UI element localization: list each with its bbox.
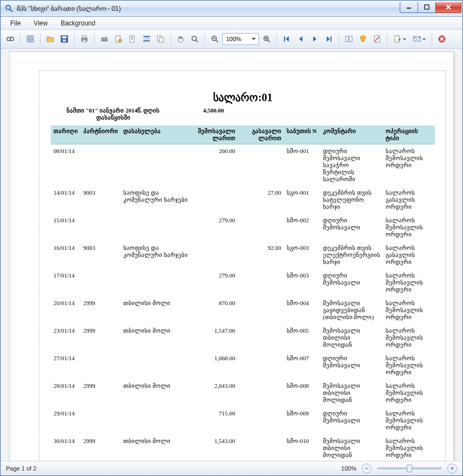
toolbar: 100% xyxy=(1,30,462,49)
cell-date: 28/01/14 xyxy=(51,379,81,407)
quick-print-icon[interactable] xyxy=(98,32,111,45)
scale-icon[interactable] xyxy=(154,32,167,45)
watermark-icon[interactable] xyxy=(371,32,383,45)
cell-doc: სგო-003 xyxy=(284,241,320,269)
menu-file[interactable]: File xyxy=(5,18,26,29)
cell-date: 16/01/14 xyxy=(51,241,81,269)
separator xyxy=(94,33,95,45)
cell-date: 29/01/14 xyxy=(51,407,81,434)
cell-expense xyxy=(238,379,284,407)
col-optype: ოპერაციის ტიპი xyxy=(383,125,435,144)
menu-background[interactable]: Background xyxy=(55,18,101,29)
cell-expense xyxy=(238,269,284,296)
zoom-combo[interactable]: 100% xyxy=(222,33,259,45)
cell-income: 1,068.00 xyxy=(195,352,238,379)
cell-name xyxy=(121,352,195,379)
close-button[interactable] xyxy=(435,2,461,13)
app-icon xyxy=(5,4,14,13)
edit-page-icon[interactable] xyxy=(126,32,139,45)
svg-line-34 xyxy=(216,40,218,42)
cell-income: 279.00 xyxy=(195,214,238,241)
page-setup-icon[interactable] xyxy=(112,32,125,45)
separator xyxy=(40,33,41,45)
last-page-icon[interactable] xyxy=(322,32,335,45)
separator xyxy=(276,33,277,45)
color-icon[interactable] xyxy=(356,32,369,45)
cell-name: თბილისი მოლი xyxy=(121,296,195,324)
svg-rect-26 xyxy=(143,38,150,39)
zoom-out-button[interactable]: − xyxy=(362,464,372,473)
cell-date: 14/01/14 xyxy=(51,186,81,214)
cell-comment: დღიური შემოსავალი სავაჭრო წერტილის სალარ… xyxy=(320,144,383,187)
report-table: თარიღი პარტნიორი დასახელება შემოსავალი ლ… xyxy=(51,125,435,461)
cell-name: საოფისე და კომუნალური ხარჯები xyxy=(121,241,195,269)
svg-line-31 xyxy=(196,40,198,42)
multipage-icon[interactable] xyxy=(342,32,355,45)
cell-expense xyxy=(238,352,284,379)
table-row: 29/01/14715.00სშო-009დღიური შემოსავალისა… xyxy=(51,407,435,434)
cell-partner: 2999 xyxy=(81,296,121,324)
cell-doc: სშო-008 xyxy=(284,379,320,407)
prev-page-icon[interactable] xyxy=(294,32,307,45)
col-income: შემოსავალი ლარით xyxy=(195,125,238,144)
next-page-icon[interactable] xyxy=(308,32,321,45)
cell-name: თბილისი მოლი xyxy=(121,379,195,407)
separator xyxy=(20,33,21,45)
export-button[interactable] xyxy=(391,32,409,45)
table-row: 20/01/142999თბილისი მოლი870.00სშო-004შემ… xyxy=(51,296,435,324)
open-icon[interactable] xyxy=(44,32,57,45)
cell-income: 279.00 xyxy=(195,269,238,296)
zoom-in-button[interactable]: + xyxy=(447,464,457,473)
header-footer-icon[interactable] xyxy=(140,32,153,45)
cell-income: 715.00 xyxy=(195,407,238,434)
cell-optype: სალაროს გასავლის ორდერი xyxy=(383,186,435,214)
exit-icon[interactable] xyxy=(435,32,448,45)
zoom-slider-thumb[interactable] xyxy=(407,465,412,472)
cell-comment: შემოსავალი თბილისი მოლიდან xyxy=(320,379,383,407)
cell-partner: 2999 xyxy=(81,379,121,407)
separator xyxy=(432,33,432,45)
magnifier-icon[interactable] xyxy=(188,32,201,45)
cell-optype: სალაროს შემოსავლის ორდერი xyxy=(383,407,435,434)
maximize-button[interactable] xyxy=(418,2,436,13)
svg-rect-23 xyxy=(131,38,133,38)
cell-expense xyxy=(238,144,284,187)
cell-income xyxy=(195,186,238,214)
email-button[interactable] xyxy=(410,32,428,45)
save-icon[interactable] xyxy=(58,32,71,45)
cell-partner xyxy=(81,407,121,434)
zoom-out-icon[interactable] xyxy=(208,32,221,45)
svg-rect-25 xyxy=(143,36,150,37)
svg-rect-9 xyxy=(31,36,34,38)
separator xyxy=(74,33,75,45)
cell-name xyxy=(121,144,195,187)
cell-expense: 27.00 xyxy=(238,186,284,214)
print-icon[interactable] xyxy=(78,32,91,45)
opening-balance: 4,500.00 xyxy=(175,107,224,121)
cell-comment: შემოსავალი თბილისი მოლიდან xyxy=(320,434,383,461)
svg-line-38 xyxy=(268,40,270,42)
thumbnails-icon[interactable] xyxy=(24,32,37,45)
cell-doc: სშო-002 xyxy=(284,214,320,241)
hand-tool-icon[interactable] xyxy=(174,32,187,45)
first-page-icon[interactable] xyxy=(280,32,293,45)
cell-optype: სალაროს შემოსავლის ორდერი xyxy=(383,269,435,296)
report-viewport[interactable]: სალარო:01 ნაშთი "01" იანვარი 2014წ. დღის… xyxy=(1,49,462,461)
cell-comment: შემოსავალი თბილისი მოლიდან xyxy=(320,324,383,352)
zoom-slider[interactable] xyxy=(377,467,442,470)
menubar: File View Background xyxy=(1,17,462,30)
minimize-button[interactable] xyxy=(400,2,418,13)
search-icon[interactable] xyxy=(4,32,17,45)
svg-point-20 xyxy=(118,39,122,42)
report-subtitle-row: ნაშთი "01" იანვარი 2014წ. დღის დასაწყისშ… xyxy=(51,107,435,121)
cell-date: 27/01/14 xyxy=(51,352,81,379)
cell-comment: დღიური შემოსავალი xyxy=(320,352,383,379)
zoom-in-icon[interactable] xyxy=(260,32,273,45)
menu-view[interactable]: View xyxy=(28,18,53,29)
cell-expense xyxy=(238,407,284,434)
separator xyxy=(387,33,387,45)
svg-rect-40 xyxy=(330,36,332,42)
cell-partner: 2999 xyxy=(81,324,121,352)
table-row: 16/01/149003საოფისე და კომუნალური ხარჯებ… xyxy=(51,241,435,269)
cell-name: თბილისი მოლი xyxy=(121,324,195,352)
